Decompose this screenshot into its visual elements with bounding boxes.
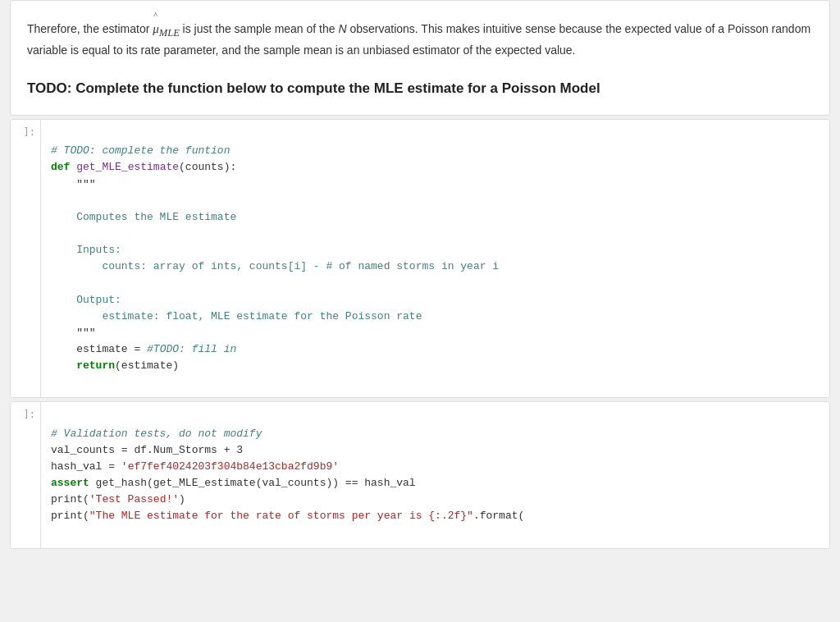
return-value: (estimate)	[115, 359, 179, 372]
hash-val-string: 'ef7fef4024203f304b84e13cba2fd9b9'	[121, 460, 339, 473]
keyword-return: return	[76, 359, 115, 372]
code-cell-2[interactable]: ]: # Validation tests, do not modify val…	[10, 401, 830, 548]
code-editor-1[interactable]: # TODO: complete the funtion def get_MLE…	[51, 126, 819, 391]
docstring-inputs: Inputs:	[51, 244, 121, 256]
estimate-assign: estimate =	[76, 343, 147, 355]
section-heading: TODO: Complete the function below to com…	[27, 79, 813, 98]
docstring-computes: Computes the MLE estimate	[51, 211, 236, 223]
print-close-1: )	[179, 493, 185, 505]
todo-fill-in: #TODO: fill in	[147, 343, 236, 355]
text-cell: Therefore, the estimator ^ μ MLE is just…	[10, 0, 830, 116]
hash-val-assign: hash_val =	[51, 460, 121, 473]
code-cell-1[interactable]: ]: # TODO: complete the funtion def get_…	[10, 119, 830, 398]
format-call: .format(	[473, 510, 524, 522]
comment-line-1: # TODO: complete the funtion	[51, 144, 230, 157]
keyword-def: def	[51, 161, 76, 173]
cell-prompt-1: ]:	[11, 120, 40, 397]
code-editor-2[interactable]: # Validation tests, do not modify val_co…	[51, 409, 819, 541]
docstring-estimate: estimate: float, MLE estimate for the Po…	[51, 310, 422, 322]
math-expression: ^ μ MLE	[153, 22, 182, 35]
notebook-container: Therefore, the estimator ^ μ MLE is just…	[10, 0, 830, 549]
keyword-assert: assert	[51, 477, 96, 489]
cell-prompt-2: ]:	[11, 402, 40, 547]
function-args: (counts):	[179, 161, 236, 173]
function-name: get_MLE_estimate	[76, 161, 179, 173]
assert-expression: get_hash(get_MLE_estimate(val_counts)) =…	[96, 477, 416, 489]
docstring-close: """	[76, 327, 95, 339]
docstring-output: Output:	[51, 294, 121, 306]
cell-content-1[interactable]: # TODO: complete the funtion def get_MLE…	[40, 120, 829, 397]
mle-format-string: "The MLE estimate for the rate of storms…	[89, 510, 473, 522]
val-counts-line: val_counts = df.Num_Storms + 3	[51, 444, 243, 456]
docstring-counts: counts: array of ints, counts[i] - # of …	[51, 260, 499, 272]
print-mle-estimate: print(	[51, 510, 89, 522]
validation-comment: # Validation tests, do not modify	[51, 428, 262, 440]
print-test-passed: print(	[51, 493, 89, 505]
paragraph-text: Therefore, the estimator ^ μ MLE is just…	[27, 14, 813, 59]
test-passed-string: 'Test Passed!'	[89, 493, 179, 505]
docstring-open: """	[76, 178, 95, 190]
cell-content-2[interactable]: # Validation tests, do not modify val_co…	[40, 402, 829, 547]
